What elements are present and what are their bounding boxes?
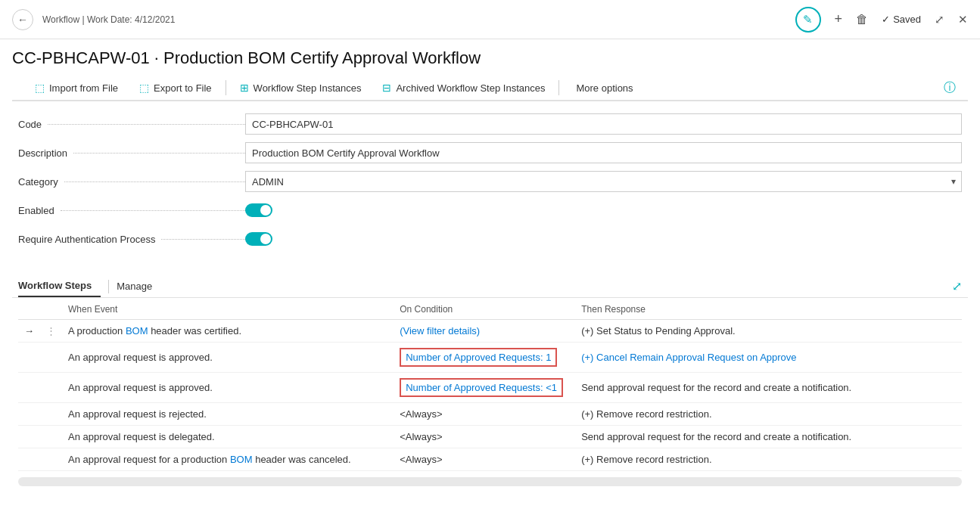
row-when-event: An approval request is approved. [62, 373, 394, 403]
archived-label: Archived Workflow Step Instances [396, 82, 545, 94]
table-row: An approval request is approved.Number o… [18, 373, 962, 403]
section-sep [108, 280, 109, 293]
manage-tab[interactable]: Manage [117, 276, 152, 296]
saved-indicator: ✓ Saved [882, 14, 921, 25]
table-row: An approval request is rejected.<Always>… [18, 403, 962, 426]
tab-import-from-file[interactable]: ⬚ Import from File [24, 76, 129, 101]
row-on-condition: <Always> [394, 448, 575, 471]
row-arrow [18, 403, 40, 426]
row-on-condition: <Always> [394, 403, 575, 426]
edit-icon: ✎ [803, 13, 813, 26]
row-arrow [18, 426, 40, 448]
category-value: ADMIN ▾ [245, 171, 962, 192]
description-label: Description [18, 147, 245, 159]
row-on-condition: Number of Approved Requests: 1 [394, 343, 575, 373]
delete-button[interactable]: 🗑 [856, 13, 868, 26]
row-when-event: An approval request is rejected. [62, 403, 394, 426]
workflow-steps-tab[interactable]: Workflow Steps [18, 275, 101, 297]
back-icon: ← [17, 14, 28, 26]
row-drag-handle [40, 426, 62, 448]
top-bar: ← Workflow | Work Date: 4/12/2021 ✎ + 🗑 … [0, 0, 980, 39]
export-icon: ⬚ [139, 82, 149, 94]
row-then-response: Send approval request for the record and… [575, 426, 962, 448]
condition-link[interactable]: (View filter details) [400, 325, 480, 337]
code-label: Code [18, 119, 245, 130]
add-icon: + [835, 11, 843, 26]
saved-label: Saved [893, 14, 921, 25]
check-icon: ✓ [882, 14, 890, 25]
breadcrumb: Workflow | Work Date: 4/12/2021 [42, 14, 795, 25]
col-drag [40, 298, 62, 320]
workflow-steps-label: Workflow Step Instances [254, 82, 362, 94]
row-then-response: (+) Cancel Remain Approval Request on Ap… [575, 343, 962, 373]
category-select-wrap: ADMIN ▾ [245, 171, 962, 192]
import-icon: ⬚ [35, 82, 45, 94]
col-on-condition: On Condition [394, 298, 575, 320]
row-drag-handle [40, 343, 62, 373]
table-row: →⋮A production BOM header was certified.… [18, 320, 962, 343]
back-button[interactable]: ← [12, 9, 33, 30]
row-drag-handle[interactable]: ⋮ [40, 320, 62, 343]
archived-icon: ⊟ [382, 82, 391, 94]
response-link[interactable]: (+) Cancel Remain Approval Request on Ap… [581, 352, 796, 363]
add-button[interactable]: + [835, 11, 843, 27]
page-title-bar: CC-PBHCAPW-01 · Production BOM Certify A… [0, 39, 980, 101]
row-on-condition: <Always> [394, 426, 575, 448]
condition-red-box[interactable]: Number of Approved Requests: <1 [400, 378, 563, 397]
enabled-toggle-container [245, 203, 962, 217]
table-row: An approval request is delegated.<Always… [18, 426, 962, 448]
table-header-row: When Event On Condition Then Response [18, 298, 962, 320]
tab-separator-1 [226, 80, 226, 95]
row-arrow [18, 343, 40, 373]
form-row-description: Description [18, 142, 962, 163]
top-actions: ✎ + 🗑 ✓ Saved ⤢ ✕ [795, 7, 968, 33]
horizontal-scrollbar[interactable] [18, 477, 962, 486]
row-then-response: (+) Remove record restriction. [575, 448, 962, 471]
row-then-response: Send approval request for the record and… [575, 373, 962, 403]
condition-red-box[interactable]: Number of Approved Requests: 1 [400, 348, 557, 367]
tab-export-to-file[interactable]: ⬚ Export to File [129, 76, 222, 101]
auth-toggle-container [245, 232, 962, 246]
row-then-response: (+) Set Status to Pending Approval. [575, 320, 962, 343]
row-on-condition: Number of Approved Requests: <1 [394, 373, 575, 403]
form-row-code: Code [18, 113, 962, 135]
action-bar: ⬚ Import from File ⬚ Export to File ⊞ Wo… [12, 76, 968, 101]
enabled-toggle-wrap [245, 203, 962, 217]
col-arrow [18, 298, 40, 320]
auth-toggle-wrap [245, 232, 962, 246]
bom-link[interactable]: BOM [126, 325, 148, 337]
collapse-button[interactable]: ✕ [958, 13, 968, 26]
row-arrow: → [18, 320, 40, 343]
table-body: →⋮A production BOM header was certified.… [18, 320, 962, 471]
row-when-event: An approval request is delegated. [62, 426, 394, 448]
info-icon[interactable]: ⓘ [944, 80, 956, 96]
row-arrow [18, 373, 40, 403]
enabled-label: Enabled [18, 205, 245, 216]
workflow-steps-section: Workflow Steps Manage ⤢ When Event On Co… [0, 275, 980, 486]
auth-toggle[interactable] [245, 232, 272, 246]
row-arrow [18, 448, 40, 471]
tab-workflow-step-instances[interactable]: ⊞ Workflow Step Instances [229, 76, 372, 101]
description-input[interactable] [245, 142, 962, 163]
expand-button[interactable]: ⤢ [935, 13, 944, 26]
import-label: Import from File [49, 82, 118, 94]
bom-link[interactable]: BOM [230, 454, 253, 465]
auth-label: Require Authentication Process [18, 234, 245, 245]
delete-icon: 🗑 [856, 13, 868, 26]
row-drag-handle [40, 373, 62, 403]
col-when-event: When Event [62, 298, 394, 320]
tab-archived-workflow-step-instances[interactable]: ⊟ Archived Workflow Step Instances [372, 76, 555, 101]
page-title: CC-PBHCAPW-01 · Production BOM Certify A… [12, 48, 968, 68]
category-select[interactable]: ADMIN [245, 171, 962, 192]
edit-button[interactable]: ✎ [795, 7, 821, 33]
tab-more-options[interactable]: More options [565, 76, 643, 100]
row-drag-handle [40, 403, 62, 426]
enabled-toggle[interactable] [245, 203, 272, 217]
code-input[interactable] [245, 113, 962, 135]
form-area: Code Description Category ADMIN ▾ [0, 101, 980, 269]
section-expand-icon[interactable]: ⤢ [952, 279, 962, 293]
description-value [245, 142, 962, 163]
row-when-event: An approval request is approved. [62, 343, 394, 373]
category-label: Category [18, 176, 245, 188]
row-on-condition: (View filter details) [394, 320, 575, 343]
